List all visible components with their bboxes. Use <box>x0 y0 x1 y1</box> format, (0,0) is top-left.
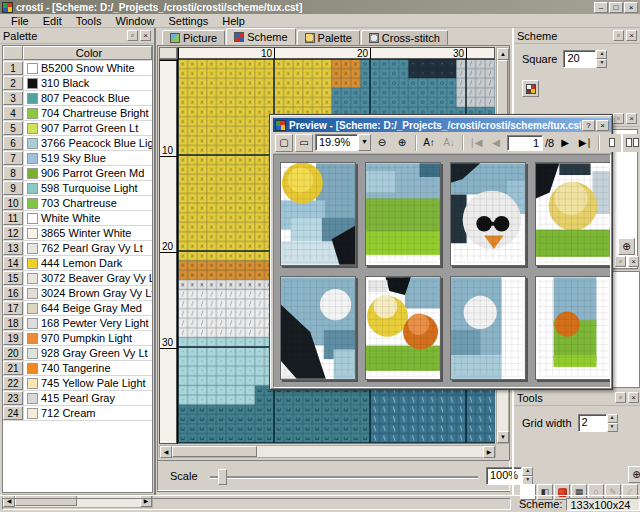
palette-row[interactable]: 24712 Cream <box>3 406 152 421</box>
menu-item-file[interactable]: File <box>4 14 36 28</box>
palette-row[interactable]: 11White White <box>3 211 152 226</box>
close-button[interactable]: × <box>596 120 609 131</box>
palette-row[interactable]: 19970 Pumpkin Light <box>3 331 152 346</box>
palette-row[interactable]: 4704 Chartreuse Bright <box>3 106 152 121</box>
fit-page-icon[interactable]: ▢ <box>275 134 293 152</box>
color-label: 704 Chartreuse Bright <box>41 107 149 119</box>
preview-page-2[interactable] <box>365 162 441 266</box>
font-larger-icon[interactable]: A↑ <box>420 134 438 152</box>
menu-item-tools[interactable]: Tools <box>69 14 109 28</box>
zoom-value[interactable]: 19.9% <box>315 134 358 151</box>
float-panel-icon[interactable]: ▫ <box>613 113 624 124</box>
scroll-right-icon[interactable]: ▶ <box>483 446 495 458</box>
scheme-color-mode-button[interactable] <box>522 80 539 97</box>
square-value[interactable]: 20 <box>563 50 596 68</box>
first-page-icon[interactable]: ∣◀ <box>467 134 485 152</box>
picture-zoom-button[interactable]: ⊕ <box>618 238 635 255</box>
palette-row[interactable]: 153072 Beaver Gray Vy Lt <box>3 271 152 286</box>
preview-page-area <box>273 154 611 388</box>
spin-up-icon[interactable]: ▲ <box>596 50 607 59</box>
maximize-button[interactable]: □ <box>609 2 623 13</box>
palette-row-number: 19 <box>3 331 23 345</box>
menu-item-help[interactable]: Help <box>215 14 252 28</box>
palette-row[interactable]: 10703 Chartreuse <box>3 196 152 211</box>
palette-row[interactable]: 20928 Gray Green Vy Lt <box>3 346 152 361</box>
float-panel-icon[interactable]: ▫ <box>615 256 626 267</box>
float-panel-icon[interactable]: ▫ <box>613 30 624 41</box>
minimize-button[interactable]: – <box>594 2 608 13</box>
ruler-mark: 20 <box>162 241 173 252</box>
close-panel-icon[interactable]: × <box>628 256 639 267</box>
palette-row[interactable]: 9598 Turquoise Light <box>3 181 152 196</box>
chevron-down-icon[interactable]: ▼ <box>358 134 371 151</box>
previous-page-icon[interactable]: ◀ <box>487 134 505 152</box>
spin-up-icon[interactable]: ▲ <box>607 414 618 423</box>
zoom-in-icon[interactable]: ⊕ <box>393 134 411 152</box>
spin-down-icon[interactable]: ▼ <box>607 423 618 432</box>
font-smaller-icon[interactable]: A↓ <box>440 134 458 152</box>
grid-width-value[interactable]: 2 <box>578 414 607 432</box>
palette-row[interactable]: 21740 Tangerine <box>3 361 152 376</box>
tab-picture[interactable]: Picture <box>162 30 225 45</box>
color-swatch <box>27 78 38 89</box>
palette-row[interactable]: 5907 Parrot Green Lt <box>3 121 152 136</box>
float-panel-icon[interactable]: ▫ <box>615 392 626 403</box>
palette-row[interactable]: 163024 Brown Gray Vy Lt <box>3 286 152 301</box>
scroll-down-icon[interactable]: ▼ <box>497 431 509 443</box>
grid-hscrollbar[interactable]: ◀ ▶ <box>159 445 496 458</box>
palette-row[interactable]: 13762 Pearl Gray Vy Lt <box>3 241 152 256</box>
palette-row[interactable]: 14444 Lemon Dark <box>3 256 152 271</box>
last-page-icon[interactable]: ▶∣ <box>576 134 594 152</box>
menu-item-edit[interactable]: Edit <box>36 14 69 28</box>
palette-row[interactable]: 3807 Peacock Blue <box>3 91 152 106</box>
palette-row[interactable]: 8906 Parrot Green Md <box>3 166 152 181</box>
palette-row[interactable]: 2310 Black <box>3 76 152 91</box>
preview-page-5[interactable] <box>280 276 356 380</box>
close-button[interactable]: × <box>624 2 638 13</box>
scroll-up-icon[interactable]: ▲ <box>497 48 509 60</box>
zoom-out-icon[interactable]: ⊖ <box>373 134 391 152</box>
scale-slider-track[interactable] <box>210 476 478 478</box>
close-panel-icon[interactable]: × <box>140 30 151 41</box>
two-page-layout-icon[interactable] <box>623 134 640 152</box>
scale-slider-handle[interactable] <box>218 469 227 485</box>
preview-page-3[interactable] <box>450 162 526 266</box>
palette-row[interactable]: 22745 Yellow Pale Light <box>3 376 152 391</box>
palette-row[interactable]: 18168 Pewter Very Light <box>3 316 152 331</box>
scroll-left-icon[interactable]: ◀ <box>160 446 172 458</box>
scheme-icon <box>234 32 244 42</box>
palette-row[interactable]: 123865 Winter White <box>3 226 152 241</box>
color-label: 415 Pearl Gray <box>41 392 115 404</box>
palette-row[interactable]: 63766 Peacock Blue Light <box>3 136 152 151</box>
close-panel-icon[interactable]: × <box>626 113 637 124</box>
preview-page-6[interactable] <box>365 276 441 380</box>
close-panel-icon[interactable]: × <box>626 30 637 41</box>
preview-page-7[interactable] <box>450 276 526 380</box>
preview-page-4[interactable] <box>535 162 611 266</box>
tab-palette[interactable]: Palette <box>297 30 360 45</box>
palette-header-color[interactable]: Color <box>23 46 152 60</box>
preview-page-1[interactable] <box>280 162 356 266</box>
float-panel-icon[interactable]: ▫ <box>127 30 138 41</box>
close-panel-icon[interactable]: × <box>628 392 639 403</box>
preview-titlebar[interactable]: Preview - [Scheme: D:/_Projects_/crosti/… <box>273 118 611 132</box>
tab-scheme[interactable]: Scheme <box>226 28 295 45</box>
palette-row[interactable]: 1B5200 Snow White <box>3 61 152 76</box>
grid-hscroll-thumb[interactable] <box>172 446 257 457</box>
next-page-icon[interactable]: ▶ <box>556 134 574 152</box>
single-page-layout-icon[interactable] <box>603 134 621 152</box>
spin-down-icon[interactable]: ▼ <box>596 59 607 68</box>
palette-row-color-cell: 644 Beige Gray Med <box>23 301 152 315</box>
palette-row[interactable]: 7519 Sky Blue <box>3 151 152 166</box>
tab-cross-stitch[interactable]: Cross-stitch <box>361 30 448 45</box>
preview-page-8[interactable] <box>535 276 611 380</box>
menu-item-settings[interactable]: Settings <box>162 14 216 28</box>
help-button[interactable]: ? <box>582 120 595 131</box>
tab-label: Cross-stitch <box>382 32 440 44</box>
fit-width-icon[interactable]: ▭ <box>295 134 313 152</box>
menu-item-window[interactable]: Window <box>108 14 161 28</box>
palette-header-number[interactable] <box>3 46 23 60</box>
palette-row[interactable]: 23415 Pearl Gray <box>3 391 152 406</box>
palette-row[interactable]: 17644 Beige Gray Med <box>3 301 152 316</box>
page-number-field[interactable]: 1 <box>507 135 543 151</box>
